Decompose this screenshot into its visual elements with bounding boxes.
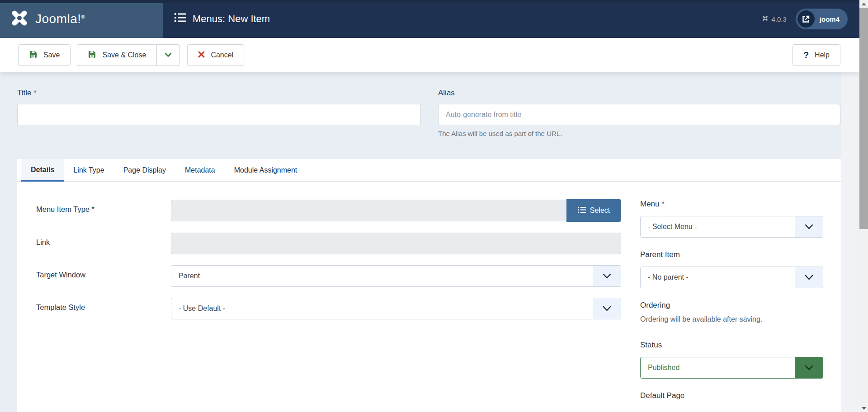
save-button[interactable]: Save [18, 44, 71, 66]
title-input[interactable] [17, 104, 421, 125]
logo-area: Joomla!® [0, 0, 163, 38]
link-input [171, 233, 621, 254]
tab-page-display[interactable]: Page Display [114, 159, 175, 182]
right-gutter [841, 72, 859, 412]
help-button[interactable]: ? Help [793, 44, 840, 66]
target-window-select[interactable]: Parent [171, 265, 621, 287]
scroll-down-button[interactable] [859, 404, 868, 412]
joomla-logo-icon [9, 8, 30, 30]
toolbar: Save Save & Close [0, 38, 859, 72]
alias-input[interactable] [438, 104, 840, 125]
scroll-up-button[interactable] [859, 0, 868, 8]
question-mark-icon: ? [803, 50, 809, 61]
parent-item-select[interactable]: - No parent - [640, 267, 823, 288]
menu-item-type-input [171, 200, 566, 221]
tab-module-assignment[interactable]: Module Assignment [225, 159, 307, 182]
default-page-label: Default Page [640, 391, 823, 400]
chevron-down-icon [795, 267, 823, 288]
ordering-note: Ordering will be available after saving. [640, 315, 823, 323]
chevron-down-icon [795, 357, 823, 378]
tab-link-type[interactable]: Link Type [64, 159, 113, 182]
menu-label: Menu * [640, 200, 823, 209]
scrollbar-thumb[interactable] [859, 8, 868, 229]
save-icon [29, 50, 38, 61]
parent-item-label: Parent Item [640, 250, 823, 259]
chevron-down-icon [165, 51, 172, 59]
save-and-close-button[interactable]: Save & Close [77, 44, 157, 66]
version-indicator: 4.0.3 [762, 15, 786, 23]
page-title: Menus: New Item [175, 13, 270, 25]
target-window-label: Target Window [36, 265, 171, 287]
form-card: Details Link Type Page Display Metadata … [17, 159, 841, 412]
external-link-icon [797, 10, 815, 28]
joomla-wordmark: Joomla!® [35, 12, 85, 26]
status-label: Status [640, 341, 823, 350]
tab-details[interactable]: Details [21, 159, 64, 182]
tab-bar: Details Link Type Page Display Metadata … [17, 159, 841, 182]
alias-label: Alias [438, 89, 840, 98]
joomla-version-icon [762, 15, 769, 23]
user-menu-button[interactable]: joom4 [796, 9, 848, 29]
save-icon [88, 50, 96, 61]
menu-select[interactable]: - Select Menu - [640, 216, 823, 238]
status-select[interactable]: Published [640, 357, 823, 379]
save-options-dropdown-button[interactable] [156, 44, 180, 66]
vertical-scrollbar[interactable] [859, 0, 868, 412]
template-style-label: Template Style [36, 298, 171, 319]
tab-metadata[interactable]: Metadata [175, 159, 225, 182]
select-menu-item-type-button[interactable]: Select [566, 199, 621, 222]
title-label: Title * [17, 89, 421, 98]
cancel-button[interactable]: Cancel [187, 44, 244, 66]
template-style-select[interactable]: - Use Default - [171, 298, 621, 319]
admin-header: Joomla!® Menus: New Item [0, 0, 859, 38]
menu-item-type-label: Menu Item Type * [36, 200, 171, 222]
ordering-label: Ordering [640, 301, 823, 310]
chevron-down-icon [593, 266, 621, 286]
list-icon [578, 206, 586, 215]
alias-help-text: The Alias will be used as part of the UR… [438, 130, 840, 137]
header-bar: Menus: New Item 4.0.3 [163, 0, 859, 38]
list-icon [175, 13, 186, 25]
header-top-strip [0, 0, 859, 3]
chevron-down-icon [795, 216, 823, 237]
cancel-icon [198, 51, 205, 60]
link-label: Link [36, 233, 171, 254]
chevron-down-icon [593, 298, 621, 319]
